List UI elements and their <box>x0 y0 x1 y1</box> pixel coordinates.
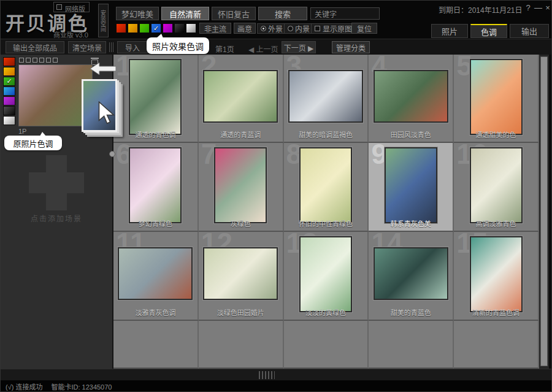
effect-cell[interactable]: 12 淡绿色田园婚片 <box>199 232 284 321</box>
effect-photo-thumbnail[interactable] <box>129 147 182 223</box>
color-swatch[interactable] <box>3 67 15 76</box>
mouse-cursor-icon <box>98 101 116 126</box>
style-button-dreamy[interactable]: 梦幻唯美 <box>116 7 159 20</box>
color-swatch[interactable]: ✓ <box>151 23 161 33</box>
style-button-retro[interactable]: 怀旧复古 <box>212 7 256 20</box>
effect-photo-thumbnail[interactable] <box>203 247 278 300</box>
effect-photo-thumbnail[interactable] <box>118 247 193 300</box>
color-swatch[interactable] <box>186 23 196 33</box>
effect-cell[interactable]: 3 甜美的暗调蓝褐色 <box>284 55 369 143</box>
effect-caption: 通透的青蓝调 <box>199 129 283 139</box>
effect-photo-thumbnail[interactable] <box>214 147 267 223</box>
add-scene-plus-icon[interactable] <box>29 172 84 193</box>
expiry-date-label: 到期日：2014年11月21日 <box>439 4 523 15</box>
manage-categories-button[interactable]: 管理分类 <box>332 41 370 53</box>
page-indicator: 第1页 <box>215 44 234 54</box>
effect-photo-thumbnail[interactable] <box>470 236 523 312</box>
radio-unselected-icon <box>288 26 293 31</box>
reset-button[interactable]: 复位 <box>351 23 377 34</box>
effect-photo-thumbnail[interactable] <box>374 70 448 123</box>
prev-page-button[interactable]: ◀ 上一页 <box>248 44 278 54</box>
effect-photo-thumbnail[interactable] <box>203 70 278 123</box>
show-original-checkbox[interactable]: 显示原图 <box>311 23 356 34</box>
add-scene-label[interactable]: 点击添加场景 <box>1 213 112 223</box>
connection-status: (√) 连接成功 <box>6 382 42 391</box>
radio-outdoor[interactable]: 外景 <box>257 23 286 34</box>
install-space-tab[interactable]: 安装空间 <box>98 4 109 37</box>
effect-photo-thumbnail[interactable] <box>470 59 523 135</box>
output-all-button[interactable]: 输出全部成品 <box>6 41 64 53</box>
effect-cell[interactable]: 7 灰绿色 <box>199 143 284 232</box>
effect-photo-thumbnail[interactable] <box>374 247 448 300</box>
keyword-input[interactable] <box>310 7 380 20</box>
effect-cell[interactable]: 15 清新的青蓝色调 <box>454 232 539 321</box>
clear-scene-button[interactable]: 清空场景 <box>68 41 106 53</box>
effect-photo-thumbnail[interactable] <box>299 236 352 312</box>
effect-cell[interactable]: 1 通透的青色调 <box>113 55 199 143</box>
effect-cell[interactable]: 10 高调淡雅青色 <box>454 143 539 232</box>
effect-caption: 梦幻青绿色 <box>113 218 197 228</box>
import-button[interactable]: 导入 <box>117 41 148 53</box>
radio-indoor[interactable]: 内景 <box>284 23 313 34</box>
scene-panel: ✓ 1P 原照片色调 点击添加场景 <box>1 55 112 369</box>
effect-caption: 淡淡的黄绿色 <box>284 307 368 317</box>
color-swatch[interactable] <box>3 86 15 96</box>
tab-photos[interactable]: 照片 <box>431 24 468 38</box>
effect-photo-thumbnail[interactable] <box>470 147 523 223</box>
photo-select-checkbox[interactable] <box>19 58 24 63</box>
network-version-toggle[interactable]: 网络版 <box>53 2 90 12</box>
color-swatch[interactable] <box>3 106 15 115</box>
help-button[interactable]: ? <box>524 3 532 12</box>
swatch-check-icon: ✓ <box>151 24 161 33</box>
effect-photo-thumbnail[interactable] <box>288 70 363 123</box>
color-swatch[interactable]: ✓ <box>3 77 15 86</box>
color-swatch[interactable] <box>139 23 150 33</box>
effect-cell[interactable]: 6 梦幻青绿色 <box>113 143 199 232</box>
effect-photo-thumbnail[interactable] <box>299 147 352 223</box>
grid-empty-cell <box>369 321 454 369</box>
title-bar: 开贝调色 网络版 商业版 v3.0 安装空间 梦幻唯美 自然清新 怀旧复古 搜索… <box>1 1 552 39</box>
effect-cell[interactable]: 2 通透的青蓝调 <box>199 55 284 143</box>
effect-cell[interactable]: 4 田园风淡青色 <box>369 55 454 143</box>
next-page-button[interactable]: 下一页 ▶ <box>282 41 316 53</box>
search-button[interactable]: 搜索 <box>258 7 307 20</box>
grid-scrollbar[interactable] <box>539 55 549 369</box>
effect-caption: 田园风淡青色 <box>369 129 453 139</box>
style-button-natural[interactable]: 自然清新 <box>161 7 209 20</box>
color-swatch[interactable] <box>3 57 15 66</box>
network-checkbox-icon[interactable] <box>56 4 62 10</box>
photo-grid: 1 通透的青色调 2 通透的青蓝调 3 甜美的暗调蓝褐色 4 田园风淡青色 5 … <box>112 55 539 369</box>
effect-cell[interactable]: 11 淡雅青灰色调 <box>113 232 199 321</box>
photo-select-checkbox[interactable] <box>39 58 44 63</box>
photo-select-checkbox[interactable] <box>53 58 58 63</box>
effect-cell[interactable]: 5 通透甜美的色 <box>454 55 539 143</box>
color-swatch[interactable] <box>174 23 185 33</box>
smartcard-id: 智能卡ID: 12345070 <box>51 382 112 391</box>
effect-photo-thumbnail[interactable] <box>385 147 437 223</box>
color-swatch[interactable] <box>163 23 173 33</box>
style-button-painterly[interactable]: 画意 <box>234 23 256 34</box>
color-swatch[interactable] <box>116 23 126 33</box>
photo-select-checkbox[interactable] <box>26 58 31 63</box>
effect-cell[interactable]: 8 怀旧的中性青绿色 <box>284 143 369 232</box>
minimize-button[interactable]: — <box>534 3 542 12</box>
effect-cell[interactable]: 13 淡淡的黄绿色 <box>284 232 369 321</box>
photo-select-checkbox[interactable] <box>46 58 51 63</box>
color-swatch[interactable] <box>128 23 138 33</box>
tab-output[interactable]: 输出 <box>510 24 549 38</box>
edition-label: 商业版 v3.0 <box>53 29 88 39</box>
effect-photo-thumbnail[interactable] <box>129 59 182 135</box>
close-button[interactable]: × <box>544 3 551 12</box>
tab-colortone[interactable]: 色调 <box>470 24 507 38</box>
resize-grip[interactable] <box>259 371 275 379</box>
color-swatch[interactable] <box>3 96 15 106</box>
effect-cell[interactable]: 9 韩系青灰色美 <box>369 143 454 232</box>
scrollbar-thumb[interactable] <box>540 56 548 366</box>
photo-select-checkbox[interactable] <box>33 58 37 63</box>
color-swatch[interactable] <box>3 116 15 125</box>
original-tone-tooltip: 原照片色调 <box>4 136 62 150</box>
effect-cell[interactable]: 14 甜美的青蓝色 <box>369 232 454 321</box>
grid-empty-cell <box>199 321 284 369</box>
style-button-nonmainstream[interactable]: 非主流 <box>199 23 231 34</box>
panel-divider-knob[interactable] <box>109 151 115 157</box>
